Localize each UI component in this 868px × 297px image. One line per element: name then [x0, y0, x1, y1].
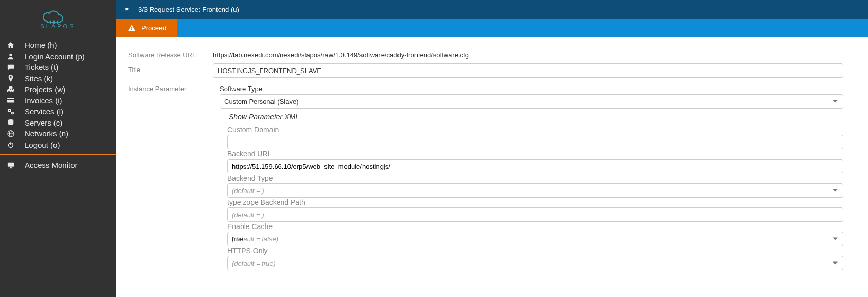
proceed-label: Proceed — [141, 24, 166, 32]
proceed-button[interactable]: Proceed — [116, 19, 177, 37]
backend-url-input[interactable] — [227, 159, 843, 173]
sidebar-item-services[interactable]: Services (l) — [0, 106, 116, 117]
sidebar-item-label: Login Account (p) — [25, 52, 85, 61]
sidebar-item-tickets[interactable]: Tickets (t) — [0, 62, 116, 73]
sidebar-item-label: Tickets (t) — [25, 63, 58, 72]
page-title: 3/3 Request Service: Frontend (u) — [138, 6, 239, 13]
label-https-only: HTTPS Only — [227, 247, 843, 255]
title-input[interactable] — [213, 63, 843, 78]
secondary-header: Proceed — [116, 19, 868, 37]
label-backend-type: Backend Type — [227, 174, 843, 182]
svg-rect-19 — [8, 163, 14, 167]
sidebar-item-sites[interactable]: Sites (k) — [0, 73, 116, 84]
sidebar-item-label: Invoices (i) — [25, 96, 62, 105]
zope-backend-path-input[interactable]: (default = ) — [227, 207, 843, 222]
https-only-select[interactable]: (default = true) — [227, 256, 843, 270]
credit-card-icon — [7, 97, 16, 104]
label-zope-backend-path: type:zope Backend Path — [227, 198, 843, 206]
sidebar-item-home[interactable]: Home (h) — [0, 40, 116, 51]
svg-rect-21 — [9, 168, 13, 168]
header-bar: ✖ 3/3 Request Service: Frontend (u) — [116, 0, 868, 19]
sidebar-item-logout[interactable]: Logout (o) — [0, 139, 116, 151]
database-icon — [7, 119, 16, 126]
backend-type-select[interactable]: (default = ) — [227, 183, 843, 198]
svg-rect-7 — [7, 98, 14, 103]
input-placeholder: (default = ) — [232, 211, 264, 219]
show-parameter-xml-link[interactable]: Show Parameter XML — [220, 109, 299, 125]
cloud-icon — [40, 10, 75, 24]
select-value: Custom Personal (Slave) — [224, 98, 299, 106]
sidebar-item-label: Access Monitor — [25, 161, 78, 169]
sidebar-item-label: Projects (w) — [25, 85, 65, 94]
globe-icon — [7, 130, 16, 137]
user-icon — [7, 53, 16, 60]
sidebar-item-label: Networks (n) — [25, 129, 68, 138]
svg-point-6 — [9, 54, 12, 56]
label-enable-cache: Enable Cache — [227, 222, 843, 231]
comment-icon — [7, 64, 16, 71]
sidebar-item-label: Home (h) — [25, 41, 57, 49]
sidebar-item-servers[interactable]: Servers (c) — [0, 117, 116, 129]
sidebar-nav: Home (h) Login Account (p) Tickets (t) S… — [0, 39, 116, 171]
software-type-select[interactable]: Custom Personal (Slave) — [220, 94, 843, 109]
svg-point-10 — [9, 110, 10, 111]
sidebar-item-label: Servers (c) — [25, 118, 62, 127]
sidebar-item-invoices[interactable]: Invoices (i) — [0, 95, 116, 107]
select-placeholder: (default = ) — [232, 187, 264, 195]
label-custom-domain: Custom Domain — [227, 126, 843, 134]
brand-text: SLAPOS — [40, 23, 75, 29]
sidebar-item-login[interactable]: Login Account (p) — [0, 51, 116, 62]
label-software-release-url: Software Release URL — [128, 48, 213, 59]
map-marker-icon — [7, 75, 16, 82]
label-software-type: Software Type — [220, 85, 843, 93]
cubes-icon — [7, 86, 16, 93]
power-off-icon — [7, 141, 16, 148]
custom-domain-input[interactable] — [227, 135, 843, 149]
sidebar-item-label: Services (l) — [25, 107, 63, 116]
sidebar-item-monitor[interactable]: Access Monitor — [0, 160, 116, 171]
sidebar-item-label: Logout (o) — [25, 141, 60, 149]
sidebar-separator — [0, 154, 116, 155]
label-backend-url: Backend URL — [227, 150, 843, 158]
sidebar-item-label: Sites (k) — [25, 74, 53, 83]
sidebar-item-projects[interactable]: Projects (w) — [0, 84, 116, 95]
enable-cache-select[interactable]: (default = false) true — [227, 232, 843, 246]
software-release-url: https://lab.nexedi.com/nexedi/slapos/raw… — [213, 48, 843, 59]
brand-logo[interactable]: SLAPOS — [0, 0, 116, 39]
select-value: true — [232, 235, 243, 243]
svg-rect-8 — [7, 99, 14, 100]
home-icon — [7, 42, 16, 49]
svg-rect-20 — [10, 167, 12, 168]
desktop-icon — [7, 162, 16, 169]
close-icon[interactable]: ✖ — [125, 7, 129, 12]
select-placeholder: (default = true) — [232, 259, 276, 267]
label-title: Title — [128, 63, 213, 78]
cogs-icon — [7, 108, 16, 115]
sidebar: SLAPOS Home (h) Login Account (p) Ticket… — [0, 0, 116, 297]
svg-point-12 — [12, 113, 13, 114]
label-instance-parameter: Instance Parameter — [128, 82, 213, 270]
warning-icon — [128, 24, 135, 31]
sidebar-item-networks[interactable]: Networks (n) — [0, 128, 116, 139]
